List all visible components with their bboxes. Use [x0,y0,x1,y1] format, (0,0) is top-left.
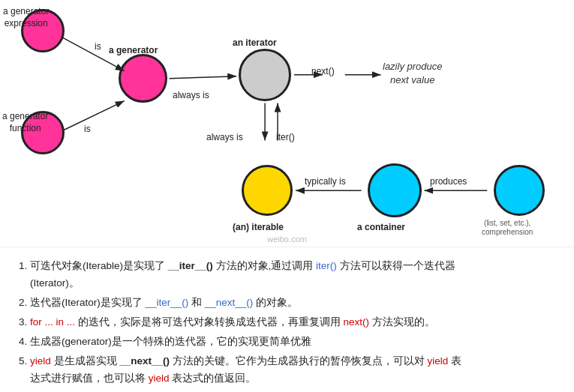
item3-next-call: next() [344,316,370,328]
label-generator-expression: a generatorexpression [3,6,49,29]
watermark-text: weibo.com [267,235,307,244]
main-container: a generatorexpression a generator a gene… [0,0,574,392]
label-next: next() [311,66,335,78]
label-lazily-produce: lazily producenext value [383,60,443,87]
label-typically-is: typically is [305,176,346,188]
item5-text: 是生成器实现 __next__() 方法的关键。它作为生成器执行的暂停恢复点，可… [30,355,461,384]
label-always-is-right: always is [206,132,243,144]
label-is-top: is [95,41,101,53]
explanation-list: 可迭代对象(Iterable)是实现了 __iter__() 方法的对象,通过调… [14,258,560,388]
circle-container [368,163,422,217]
list-item-3: for ... in ... 的迭代，实际是将可迭代对象转换成迭代器，再重复调用… [30,314,560,331]
item4-text: 生成器(generator)是一个特殊的迭代器，它的实现更简单优雅 [30,336,311,347]
list-item-4: 生成器(generator)是一个特殊的迭代器，它的实现更简单优雅 [30,334,560,351]
list-item-5: yield 是生成器实现 __next__() 方法的关键。它作为生成器执行的暂… [30,353,560,388]
item5-yield2: yield [428,355,449,367]
label-list-set: (list, set, etc.),comprehension [482,219,533,237]
diagram-inner: a generatorexpression a generator a gene… [0,0,574,247]
label-container: a container [357,222,405,234]
svg-line-4 [169,76,236,79]
item1-iter-method: __iter__() [168,260,213,271]
circle-list-set [494,165,545,216]
item3-text: 的迭代，实际是将可迭代对象转换成迭代器，再重复调用 next() 方法实现的。 [75,316,435,328]
item3-for-in: for ... in ... [30,316,75,328]
circle-iterator [239,49,291,101]
item5-yield3: yield [149,373,170,384]
list-item-2: 迭代器(Iterator)是实现了 __iter__() 和 __next__(… [30,295,560,312]
list-item-1: 可迭代对象(Iterable)是实现了 __iter__() 方法的对象,通过调… [30,258,560,292]
item2-next-method: __next__() [205,297,254,308]
item1-iter-call: iter() [316,260,337,271]
text-section: 可迭代对象(Iterable)是实现了 __iter__() 方法的对象,通过调… [0,247,574,392]
label-is-bottom: is [84,124,91,136]
label-an-iterator: an iterator [233,37,277,49]
label-iter: iter() [276,132,295,144]
svg-line-3 [62,101,125,131]
item5-yield: yield [30,355,51,367]
item1-text: 可迭代对象(Iterable)是实现了 __iter__() 方法的对象,通过调… [30,260,455,289]
item2-text: 迭代器(Iterator)是实现了 __iter__() 和 __next__(… [30,297,298,308]
label-produces: produces [430,176,467,188]
circle-generator [119,54,167,103]
circle-iterable [242,165,293,216]
label-a-generator: a generator [109,45,158,57]
item2-iter-method: __iter__() [146,297,189,308]
label-iterable: (an) iterable [233,222,284,234]
label-generator-function: a generatorfunction [2,111,48,134]
label-always-is-left: always is [173,90,209,102]
item5-next-method: __next__() [119,355,170,367]
diagram-section: a generatorexpression a generator a gene… [0,0,574,247]
